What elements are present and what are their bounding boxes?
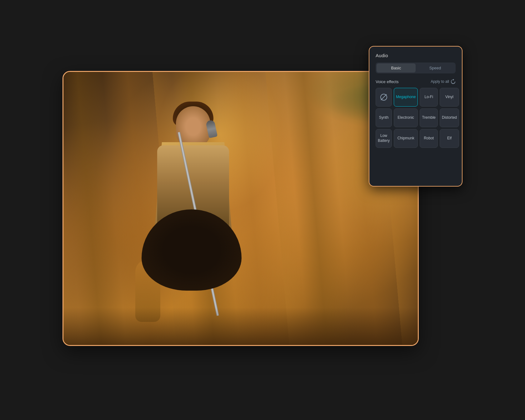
effects-grid: Megaphone Lo-Fi Vinyl Synth Electronic T… (376, 88, 456, 148)
effect-chipmunk-label: Chipmunk (398, 136, 414, 141)
photo-background (63, 72, 418, 345)
effect-synth[interactable]: Synth (376, 108, 392, 127)
effect-tremble[interactable]: Tremble (420, 108, 438, 127)
effect-low-battery-label: Low Battery (378, 133, 390, 143)
photo-card (62, 71, 419, 346)
effect-elf[interactable]: Elf (440, 129, 459, 148)
apply-all-label: Apply to all (431, 79, 449, 84)
effect-lofi-label: Lo-Fi (425, 95, 433, 100)
scene-wrapper: Audio Basic Speed Voice effects Apply to… (62, 46, 462, 374)
apply-to-all-button[interactable]: Apply to all (431, 79, 456, 84)
reset-icon (451, 79, 456, 84)
effect-distorted[interactable]: Distorted (440, 108, 459, 127)
effect-lofi[interactable]: Lo-Fi (420, 88, 438, 107)
voice-effects-header: Voice effects Apply to all (376, 79, 456, 84)
audio-panel: Audio Basic Speed Voice effects Apply to… (369, 46, 462, 187)
effect-elf-label: Elf (447, 136, 452, 141)
effect-robot[interactable]: Robot (420, 129, 438, 148)
effect-distorted-label: Distorted (442, 115, 457, 120)
effect-vinyl[interactable]: Vinyl (440, 88, 459, 107)
effect-megaphone-label: Megaphone (396, 95, 416, 100)
tab-basic[interactable]: Basic (377, 63, 416, 72)
effect-electronic[interactable]: Electronic (394, 108, 418, 127)
singer-area (126, 91, 282, 345)
effect-electronic-label: Electronic (398, 115, 414, 120)
effect-chipmunk[interactable]: Chipmunk (394, 129, 418, 148)
panel-title: Audio (376, 53, 456, 58)
effect-synth-label: Synth (379, 115, 389, 120)
voice-effects-label: Voice effects (376, 79, 398, 84)
effect-robot-label: Robot (424, 136, 434, 141)
effect-megaphone[interactable]: Megaphone (394, 88, 418, 107)
effect-vinyl-label: Vinyl (445, 95, 453, 100)
no-effect-icon (380, 94, 387, 101)
effect-tremble-label: Tremble (422, 115, 436, 120)
stage-floor (63, 308, 418, 345)
effect-none[interactable] (376, 88, 392, 107)
tab-speed[interactable]: Speed (416, 63, 455, 72)
effect-low-battery[interactable]: Low Battery (376, 129, 392, 148)
tab-bar: Basic Speed (376, 62, 456, 73)
